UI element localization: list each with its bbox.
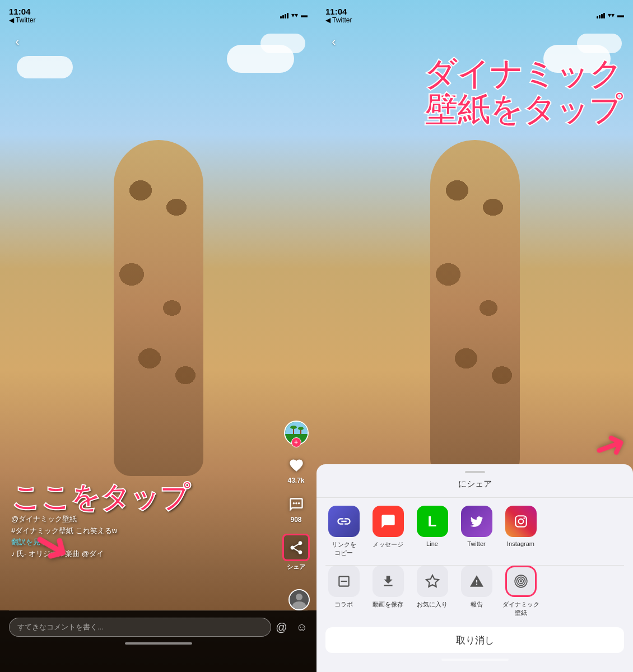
share-save-video[interactable]: 動画を保存: [370, 566, 406, 617]
dynamic-line1: ダイナミック: [328, 56, 622, 92]
share-sheet-title: にシェア: [316, 479, 633, 498]
comment-button[interactable]: 908: [286, 494, 306, 524]
collab-label: コラボ: [334, 600, 353, 609]
line-icon: L: [417, 506, 448, 537]
back-button[interactable]: ‹: [9, 34, 26, 50]
status-bar-right: 11:04 ◀ Twitter ▾▾ ▬: [316, 0, 633, 25]
comment-icon: [286, 494, 306, 514]
share-instagram[interactable]: Instagram: [502, 506, 539, 557]
signal-bar-4: [287, 13, 288, 18]
like-button[interactable]: 43.7k: [286, 455, 306, 484]
comment-actions: @ ☺: [276, 621, 308, 634]
giraffe-neck: [114, 140, 203, 476]
share-message[interactable]: メッセージ: [370, 506, 406, 557]
cloud-decoration: [260, 34, 305, 53]
svg-point-10: [296, 594, 302, 600]
giraffe-neck-right: [430, 140, 520, 476]
status-right: ▾▾ ▬: [280, 11, 308, 19]
back-button-right[interactable]: ‹: [325, 34, 342, 50]
share-collab[interactable]: コラボ: [325, 566, 362, 617]
link-icon: [328, 506, 360, 537]
giraffe-pattern: [114, 140, 203, 476]
home-indicator: [125, 642, 192, 645]
collab-icon: [328, 566, 360, 597]
message-label: メッセージ: [373, 540, 403, 549]
report-icon: [461, 566, 492, 597]
battery-icon: ▬: [301, 11, 308, 19]
line-label: Line: [426, 540, 438, 547]
signal-bars-right-icon: [597, 12, 605, 18]
emoji-icon[interactable]: ☺: [296, 621, 308, 634]
share-line[interactable]: L Line: [414, 506, 450, 557]
left-phone-panel: 11:04 ◀ Twitter ▾▾ ▬ ‹ ここをタップ @ダイナミック壁紙 …: [0, 0, 316, 672]
twitter-share-label: Twitter: [467, 540, 485, 547]
link-copy-label: リンクをコピー: [332, 540, 356, 557]
battery-icon-right: ▬: [617, 11, 624, 19]
bottom-avatar[interactable]: [288, 589, 310, 610]
share-button[interactable]: シェア: [282, 534, 310, 571]
instagram-label: Instagram: [507, 540, 534, 547]
share-twitter[interactable]: Twitter: [458, 506, 495, 557]
save-video-label: 動画を保存: [373, 600, 403, 609]
svg-point-23: [520, 581, 522, 582]
share-report[interactable]: 報告: [458, 566, 495, 617]
status-time-right: 11:04: [325, 7, 347, 16]
signal-bar-r2: [599, 15, 601, 18]
dynamic-tap-text: ダイナミック 壁紙をタップ: [328, 56, 622, 128]
favorite-icon: [417, 566, 448, 597]
cloud-decoration: [17, 56, 73, 78]
report-label: 報告: [471, 600, 483, 609]
message-icon: [373, 506, 404, 537]
home-indicator-right: [441, 659, 509, 661]
comment-placeholder: すてきなコメントを書く...: [17, 622, 104, 632]
twitter-share-icon: [461, 506, 492, 537]
right-sidebar: + 43.7k 908 シェア: [282, 421, 310, 571]
creator-avatar[interactable]: +: [284, 421, 309, 445]
cloud-right-2: [577, 34, 622, 53]
share-icon: [286, 538, 306, 557]
right-phone-panel: 11:04 ◀ Twitter ▾▾ ▬ ‹ ダイナミック 壁紙をタップ: [316, 0, 633, 672]
svg-point-6: [292, 502, 295, 504]
signal-bar-1: [280, 16, 282, 18]
comment-input[interactable]: すてきなコメントを書く...: [9, 618, 271, 637]
status-right-right: ▾▾ ▬: [597, 11, 624, 19]
svg-marker-19: [426, 575, 439, 587]
wifi-icon: ▾▾: [291, 11, 298, 19]
cancel-button[interactable]: 取り消し: [325, 627, 624, 653]
share-row-2: コラボ 動画を保存 お気に入り: [316, 566, 633, 623]
share-favorite[interactable]: お気に入り: [414, 566, 450, 617]
tap-instruction: ここをタップ: [11, 482, 189, 514]
svg-point-7: [295, 502, 297, 504]
status-bar: 11:04 ◀ Twitter ▾▾ ▬: [0, 0, 316, 25]
bottom-bar: すてきなコメントを書く... @ ☺: [0, 610, 316, 672]
share-label: シェア: [287, 563, 305, 571]
share-link-copy[interactable]: リンクをコピー: [325, 506, 362, 557]
twitter-back-label[interactable]: ◀ Twitter: [9, 16, 35, 24]
instagram-icon: [505, 506, 537, 537]
signal-bars-icon: [280, 12, 288, 18]
signal-bar-r3: [601, 14, 603, 18]
follow-plus-icon[interactable]: +: [291, 437, 301, 447]
favorite-label: お気に入り: [417, 600, 448, 609]
wifi-icon-right: ▾▾: [608, 11, 615, 19]
at-icon[interactable]: @: [276, 621, 287, 634]
svg-point-5: [298, 427, 304, 430]
svg-point-8: [297, 502, 300, 504]
heart-icon: [286, 455, 306, 475]
twitter-back-label-right[interactable]: ◀ Twitter: [325, 16, 352, 24]
comment-count: 908: [290, 516, 301, 524]
share-sheet: にシェア リンクをコピー メッセージ: [316, 464, 633, 672]
share-dynamic-wallpaper[interactable]: ダイナミック壁紙: [502, 566, 539, 617]
status-time: 11:04: [9, 7, 30, 16]
signal-bar-r1: [597, 16, 598, 18]
share-button-box[interactable]: [282, 534, 310, 561]
signal-bar-2: [282, 15, 284, 18]
save-video-icon: [373, 566, 404, 597]
share-row-1: リンクをコピー メッセージ L Line: [316, 498, 633, 565]
dynamic-wallpaper-label: ダイナミック壁紙: [502, 600, 539, 617]
comment-row: すてきなコメントを書く... @ ☺: [9, 610, 308, 642]
giraffe-pattern-right: [430, 140, 520, 476]
chevron-left-right-icon: ‹: [332, 35, 336, 49]
dynamic-wallpaper-icon: [505, 566, 537, 597]
status-left: 11:04 ◀ Twitter: [9, 7, 35, 24]
